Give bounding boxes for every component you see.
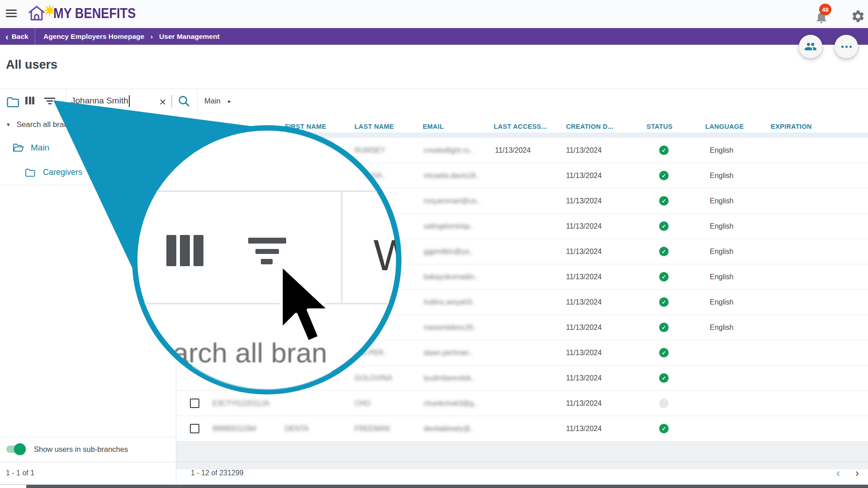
app-window: MY BENEFITS 48 ‹ Back Agency Employers H… — [0, 0, 868, 488]
cell-creation_date: 11/13/2024 — [566, 349, 646, 357]
cell-status: ✓ — [646, 424, 705, 433]
columns-icon[interactable] — [25, 97, 34, 104]
table-row[interactable]: rosyammari@us..11/13/2024✓English — [176, 188, 868, 214]
table-row[interactable]: mesemtdenc26..11/13/2024✓English — [176, 315, 868, 340]
manage-users-button[interactable] — [799, 35, 822, 58]
search-input[interactable] — [71, 94, 152, 108]
cell-creation_date: 11/13/2024 — [566, 222, 646, 230]
table-row[interactable]: E3CTYG22011JACHOchunkchok3@g..11/13/2024 — [176, 391, 868, 416]
cell-username: E3CTYG22011JA — [203, 399, 285, 408]
cell-last_name: WN PER.. — [354, 349, 423, 357]
sidebar-item-label: Main — [31, 143, 49, 153]
column-header-status[interactable]: STATUS — [646, 123, 705, 130]
row-checkbox[interactable] — [190, 399, 199, 408]
cell-language: English — [705, 197, 771, 205]
cell-email: devitablowly@.. — [423, 425, 494, 433]
cell-creation_date: 11/13/2024 — [566, 298, 646, 306]
more-actions-button[interactable] — [835, 35, 858, 58]
settings-button[interactable] — [851, 9, 866, 24]
cell-creation_date: 11/13/2024 — [566, 425, 646, 433]
clear-search-icon[interactable]: ✕ — [157, 96, 168, 108]
table-header-strip — [176, 132, 868, 138]
status-active-icon: ✓ — [659, 247, 669, 256]
cell-creation_date: 11/13/2024 — [566, 197, 646, 205]
cell-language: English — [705, 324, 771, 332]
column-header-last_name[interactable]: LAST NAME — [354, 123, 423, 130]
folder-view-icon[interactable] — [6, 96, 20, 108]
table-body: RUMSEYcreatedlight.ru..11/13/202411/13/2… — [176, 138, 868, 441]
status-inactive-icon — [659, 399, 669, 408]
bottom-strip — [26, 485, 868, 488]
cell-email: micaela.davis18.. — [423, 172, 494, 180]
cell-status: ✓ — [646, 247, 705, 256]
table-row[interactable]: WN PER..dawn.perlman..11/13/2024✓ — [176, 340, 868, 366]
cell-status: ✓ — [646, 373, 705, 383]
previous-page-icon[interactable]: ‹ — [831, 465, 845, 481]
table-row[interactable]: salingdomirisp..11/13/2024✓English — [176, 214, 868, 239]
table-row[interactable]: 99990011094DENTAFREEMANdevitablowly@..11… — [176, 416, 868, 441]
column-header-expiration[interactable]: EXPIRATION — [771, 123, 868, 130]
sidebar-range-label: 1 - 1 of 1 — [6, 462, 34, 484]
cell-creation_date: 11/13/2024 — [566, 399, 646, 408]
cell-status — [646, 399, 705, 408]
breadcrumb: Agency Employers Homepage › User Managem… — [43, 28, 220, 45]
cell-email: createdlight.ru.. — [423, 146, 494, 155]
status-active-icon: ✓ — [659, 272, 669, 282]
cell-status: ✓ — [646, 272, 705, 282]
column-header-creation_date[interactable]: CREATION D... — [566, 123, 646, 130]
search-icon — [178, 95, 190, 108]
filter-icon[interactable] — [44, 98, 56, 104]
status-active-icon: ✓ — [659, 297, 669, 307]
table-row[interactable]: ggpmilkin@ya..11/13/2024✓English — [176, 239, 868, 264]
cell-last_name: ..DO-DA.. — [354, 172, 423, 180]
search-button[interactable] — [178, 95, 190, 108]
next-page-icon[interactable]: › — [850, 465, 864, 481]
cell-email: salingdomirisp.. — [423, 222, 494, 230]
cell-status: ✓ — [646, 297, 705, 307]
text-caret — [129, 95, 130, 107]
search-separator — [171, 95, 172, 108]
sidebar-item-main[interactable]: Main — [0, 136, 176, 160]
status-active-icon: ✓ — [659, 348, 669, 357]
table-row[interactable]: RUMSEYcreatedlight.ru..11/13/202411/13/2… — [176, 138, 868, 163]
menu-icon[interactable] — [6, 9, 17, 17]
cell-language: English — [705, 298, 771, 306]
people-icon — [804, 40, 817, 53]
branch-filter-dropdown[interactable]: ▾ Search all branches — [0, 113, 176, 136]
cell-creation_date: 11/13/2024 — [566, 248, 646, 256]
cell-select — [176, 424, 203, 433]
breadcrumb-item-homepage[interactable]: Agency Employers Homepage — [43, 33, 144, 41]
branch-breadcrumb[interactable]: Main ▸ — [204, 89, 231, 113]
column-header-last_access[interactable]: LAST ACCESS... — [494, 123, 566, 130]
cell-status: ✓ — [646, 323, 705, 332]
sub-branches-toggle-knob[interactable] — [14, 443, 26, 455]
cell-last_name: FREEMAN — [354, 425, 423, 433]
cell-last_name: CHO — [354, 399, 423, 408]
cell-status: ✓ — [646, 145, 705, 155]
status-active-icon: ✓ — [659, 171, 669, 180]
table-header-row: FIRST NAMELAST NAMEEMAILLAST ACCESS...CR… — [176, 113, 868, 132]
table-row[interactable]: hollins.amya03..11/13/2024✓English — [176, 290, 868, 315]
cell-select — [176, 399, 203, 408]
column-header-language[interactable]: LANGUAGE — [705, 123, 771, 130]
back-button[interactable]: ‹ Back — [5, 28, 28, 45]
cell-creation_date: 11/13/2024 — [566, 374, 646, 382]
sidebar-item-label: Caregivers — [43, 168, 82, 177]
cell-last_name: RUMSEY — [354, 146, 423, 155]
table-footer-strip — [176, 441, 868, 469]
ellipsis-icon — [841, 46, 852, 48]
status-active-icon: ✓ — [659, 145, 669, 155]
cell-language: English — [705, 273, 771, 281]
status-active-icon: ✓ — [659, 424, 669, 433]
row-checkbox[interactable] — [190, 424, 199, 433]
table-row[interactable]: ..DO-DA..micaela.davis18..11/13/2024✓Eng… — [176, 163, 868, 188]
sidebar-item-caregivers[interactable]: Caregivers — [0, 160, 176, 185]
column-header-first_name[interactable]: FIRST NAME — [285, 123, 354, 130]
table-row[interactable]: GOLOVINAlyudmilarevitsk..11/13/2024✓ — [176, 366, 868, 391]
cell-last_name: GOLOVINA — [354, 374, 423, 382]
panel-divider — [176, 113, 176, 484]
branch-label: Main — [204, 97, 221, 105]
table-row[interactable]: bakayokomadin..11/13/2024✓English — [176, 264, 868, 290]
column-header-email[interactable]: EMAIL — [423, 123, 494, 130]
notification-badge: 48 — [819, 4, 831, 15]
